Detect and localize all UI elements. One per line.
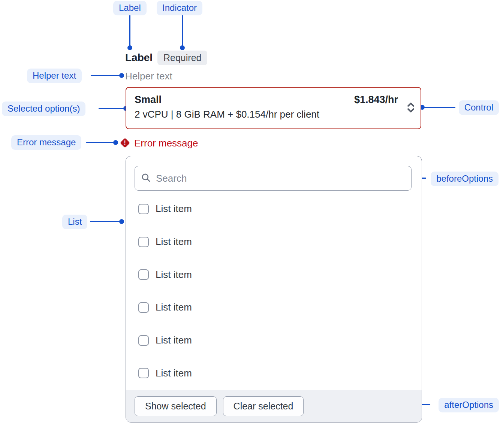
connector-list (90, 221, 122, 222)
connector-control (422, 107, 455, 108)
list-item[interactable]: List item (126, 193, 422, 225)
connector-dot-indicator (180, 45, 185, 50)
list-item-label: List item (156, 335, 192, 346)
list-item-label: List item (156, 302, 192, 313)
annotation-before-options: beforeOptions (431, 172, 499, 186)
show-selected-button[interactable]: Show selected (135, 396, 217, 416)
checkbox-icon[interactable] (138, 237, 149, 247)
list-item[interactable]: List item (126, 291, 422, 324)
checkbox-icon[interactable] (138, 302, 149, 313)
double-arrow-icon (407, 102, 415, 115)
error-message-text: Error message (134, 137, 198, 149)
list-item[interactable]: List item (126, 357, 422, 390)
connector-error-message (86, 142, 116, 143)
panel-footer: Show selected Clear selected (126, 390, 422, 422)
selectable-anatomy-diagram: Label Indicator Helper text Selected opt… (0, 0, 500, 448)
connector-indicator (182, 15, 183, 46)
annotation-indicator: Indicator (157, 1, 202, 15)
list-item[interactable]: List item (126, 324, 422, 357)
connector-label (129, 15, 130, 46)
helper-text: Helper text (125, 70, 172, 82)
required-badge: Required (157, 51, 207, 65)
list-item-label: List item (156, 367, 192, 379)
annotation-control: Control (459, 100, 499, 115)
connector-dot-error-message (113, 140, 118, 145)
annotation-after-options: afterOptions (439, 398, 499, 412)
error-alert-icon: ! (120, 138, 130, 148)
connector-helper-text (91, 75, 122, 76)
annotation-selected-options: Selected option(s) (2, 102, 85, 116)
field-label: Label (125, 52, 153, 64)
list-item[interactable]: List item (126, 225, 422, 258)
search-icon (141, 173, 151, 184)
select-control[interactable]: Small $1.843/hr 2 vCPU | 8 GiB RAM + $0.… (126, 87, 421, 129)
connector-dot-helper-text (119, 73, 124, 78)
checkbox-icon[interactable] (138, 204, 149, 214)
checkbox-icon[interactable] (138, 335, 149, 346)
options-panel: List item List item List item List item … (126, 156, 422, 423)
search-input[interactable] (155, 172, 405, 185)
checkbox-icon[interactable] (138, 368, 149, 378)
clear-selected-button[interactable]: Clear selected (223, 396, 304, 416)
selected-option-description: 2 vCPU | 8 GiB RAM + $0.154/hr per clien… (135, 107, 412, 122)
connector-dot-label (127, 45, 132, 50)
connector-dot-list (119, 219, 124, 224)
checkbox-icon[interactable] (138, 269, 149, 280)
annotation-helper-text: Helper text (27, 69, 82, 83)
connector-selected-options (99, 108, 127, 109)
search-box[interactable] (135, 166, 412, 191)
annotation-error-message: Error message (11, 135, 81, 150)
selected-option-price: $1.843/hr (354, 93, 398, 107)
annotation-list: List (62, 215, 87, 229)
list-item-label: List item (156, 269, 192, 281)
options-list: List item List item List item List item … (126, 193, 422, 390)
list-item[interactable]: List item (126, 258, 422, 291)
selected-option-title: Small (135, 93, 162, 107)
annotation-label: Label (113, 1, 147, 15)
list-item-label: List item (156, 236, 192, 248)
list-item-label: List item (156, 203, 192, 215)
